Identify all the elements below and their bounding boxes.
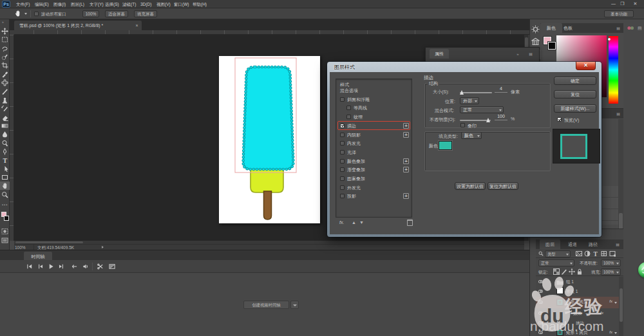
style-item-渐变叠加[interactable]: 渐变叠加+ [336, 165, 412, 174]
create-timeline-dropdown-button[interactable] [290, 301, 299, 309]
status-menu-arrow-icon[interactable] [102, 246, 104, 248]
panel-background-swatch[interactable] [548, 42, 556, 50]
mid-panel-scrollbar[interactable] [618, 119, 623, 229]
style-item-光泽[interactable]: 光泽 [336, 148, 412, 156]
layer-visibility-icon[interactable] [538, 280, 543, 283]
new-style-button[interactable]: 新建样式(W)... [554, 104, 596, 113]
style-checkbox-外发光[interactable] [340, 185, 345, 190]
preview-checkbox[interactable] [557, 117, 562, 122]
menu-4[interactable]: 图层(L) [71, 0, 84, 8]
style-checkbox-内阴影[interactable] [340, 133, 345, 137]
layer-row-矩形 1 拷贝[interactable]: 矩形 1 拷贝fx [536, 328, 619, 336]
style-item-纹理[interactable]: 纹理 [336, 113, 412, 121]
lock-pixels-icon[interactable] [561, 268, 567, 275]
transition-icon[interactable] [109, 263, 115, 270]
panel-group-menu-icon[interactable]: ▤ [638, 25, 644, 31]
layer-visibility-icon[interactable] [538, 331, 543, 334]
pixel-filter-icon[interactable] [576, 250, 582, 257]
fill-type-dropdown[interactable]: 颜色 [461, 132, 482, 139]
layer-fx-badge[interactable]: fx [609, 328, 612, 336]
window-close-button[interactable]: ✕ [632, 1, 638, 6]
overprint-checkbox[interactable] [460, 123, 465, 127]
layer-thumbnail[interactable] [556, 329, 564, 336]
layer-thumbnail[interactable] [556, 299, 564, 306]
tab-layers[interactable]: 图层 [540, 239, 560, 249]
tab-channels[interactable]: 通道 [563, 239, 582, 249]
color-panel-menu-icon[interactable]: ▤ [615, 26, 621, 31]
audio-icon[interactable] [82, 263, 89, 270]
mid-panel-menu-icon[interactable]: ▤ [615, 111, 621, 117]
zoom-tool-icon[interactable] [1, 191, 8, 198]
style-checkbox-颜色叠加[interactable] [340, 159, 345, 163]
layer-row-形状 1[interactable]: 形状 1 [536, 286, 619, 296]
style-item-外发光[interactable]: 外发光 [336, 183, 412, 192]
style-checkbox-纹理[interactable] [346, 115, 351, 119]
tab-swatches[interactable]: 色板 [558, 23, 578, 33]
blend-mode-dropdown[interactable]: 正常 [538, 259, 574, 266]
dialog-close-button[interactable]: ✕ [576, 62, 596, 70]
menu-9[interactable]: 视图(V) [156, 0, 171, 8]
fx-icon[interactable]: fx. [339, 220, 344, 225]
cancel-button[interactable]: 复位 [554, 90, 596, 98]
layer-visibility-icon[interactable] [538, 301, 543, 304]
adjustment-filter-icon[interactable] [584, 250, 591, 257]
menu-5[interactable]: 文字(Y) [90, 0, 104, 8]
eraser-tool-icon[interactable] [1, 114, 8, 121]
delete-style-icon[interactable] [407, 219, 413, 226]
gradient-tool-icon[interactable] [1, 122, 8, 129]
timeline-tab[interactable]: 时间轴 [24, 252, 52, 261]
next-frame-icon[interactable] [59, 263, 65, 270]
layer-row-矩形 1 拷贝 2[interactable]: 矩形 1 拷贝 2fx [536, 297, 619, 308]
lock-all-icon[interactable] [576, 268, 583, 275]
toolbar-collapse-icon[interactable]: » [2, 21, 8, 23]
opacity-slider[interactable] [460, 120, 491, 121]
shape-filter-icon[interactable] [601, 250, 607, 257]
style-plus-icon[interactable]: + [403, 158, 409, 164]
position-dropdown[interactable]: 外部 [460, 97, 479, 104]
horizontal-scrollbar-thumb[interactable] [15, 241, 83, 243]
menu-7[interactable]: 滤镜(T) [122, 0, 136, 8]
style-down-icon[interactable]: ▼ [359, 220, 364, 225]
layer-visibility-icon[interactable] [538, 312, 543, 315]
quick-select-tool-icon[interactable] [1, 53, 8, 61]
create-video-timeline-button[interactable]: 创建视频时间轴 [243, 301, 289, 309]
hand-tool-icon[interactable] [1, 182, 8, 189]
ok-button[interactable]: 确定 [554, 77, 596, 85]
prev-frame-icon[interactable] [37, 263, 43, 270]
document-tab-close-icon[interactable]: × [135, 23, 139, 28]
floating-assistant-orb[interactable] [638, 262, 644, 278]
healing-tool-icon[interactable] [1, 79, 8, 86]
fit-screen-button[interactable]: 适合屏幕 [105, 10, 128, 17]
style-up-icon[interactable]: ▲ [352, 220, 356, 225]
window-restore-button[interactable]: ❐ [620, 1, 625, 6]
lock-transparency-icon[interactable] [553, 268, 560, 275]
panel-group-color-icon[interactable] [627, 24, 635, 32]
screen-mode-icon[interactable] [1, 237, 8, 244]
stroke-color-swatch[interactable] [439, 141, 452, 150]
move-tool-icon[interactable] [1, 28, 8, 35]
style-item-混合选项[interactable]: 混合选项 [336, 86, 412, 95]
layer-fx-caret-icon[interactable] [614, 332, 617, 334]
background-color-swatch[interactable] [4, 216, 9, 221]
menu-10[interactable]: 窗口(W) [174, 0, 189, 8]
type-filter-icon[interactable]: T [592, 250, 599, 257]
layer-row-描边[interactable]: 描边 [536, 318, 619, 328]
layers-filter-type-dropdown[interactable]: 类型 [545, 250, 571, 257]
scroll-all-windows-checkbox[interactable] [34, 12, 39, 16]
layer-thumbnail[interactable] [556, 287, 564, 294]
hue-slider-marker[interactable] [608, 38, 611, 41]
properties-collapse-icon[interactable]: » [515, 51, 521, 57]
style-checkbox-斜面和浮雕[interactable] [340, 97, 345, 102]
document-tab[interactable]: 雪糕.psd @ 100% (矩形 1 拷贝 2, RGB/8) * × [14, 21, 142, 30]
tab-properties[interactable]: 属性 [430, 49, 449, 59]
adjustments-panel-icon[interactable] [531, 25, 540, 33]
tab-paths[interactable]: 路径 [583, 239, 603, 249]
style-checkbox-投影[interactable] [340, 194, 345, 198]
style-plus-icon[interactable]: + [403, 132, 409, 138]
scissors-icon[interactable] [97, 263, 104, 270]
style-checkbox-渐变叠加[interactable] [340, 167, 345, 172]
style-plus-icon[interactable]: + [403, 167, 409, 173]
marquee-tool-icon[interactable] [1, 36, 8, 43]
size-value[interactable]: 4 [495, 86, 507, 93]
style-checkbox-等高线[interactable] [346, 106, 351, 110]
